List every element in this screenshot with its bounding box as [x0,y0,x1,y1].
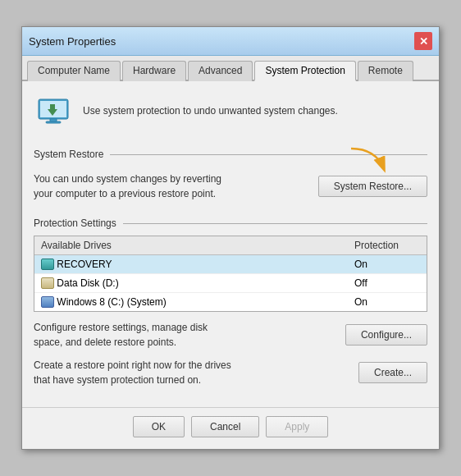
tab-remote[interactable]: Remote [358,61,413,81]
tab-advanced[interactable]: Advanced [188,61,253,81]
drive-name: RECOVERY [41,259,354,270]
cancel-button[interactable]: Cancel [191,416,259,437]
create-text: Create a restore point right now for the… [34,358,239,387]
drives-table-header: Available Drives Protection [34,236,427,255]
drive-protection: On [354,259,420,270]
drive-name: Data Disk (D:) [41,277,354,289]
tab-computer-name[interactable]: Computer Name [27,61,121,81]
protection-settings-section: Protection Settings Available Drives Pro… [34,217,427,387]
top-info-area: Use system protection to undo unwanted s… [34,91,427,137]
tabs-container: Computer Name Hardware Advanced System P… [22,56,439,81]
drive-name: Windows 8 (C:) (System) [41,296,354,308]
shield-icon [34,91,73,130]
title-bar: System Properties ✕ [22,27,439,56]
configure-section: Configure restore settings, manage disk … [34,320,427,350]
header-protection: Protection [354,240,420,251]
create-button[interactable]: Create... [358,362,427,383]
system-restore-button[interactable]: System Restore... [318,176,427,197]
svg-rect-3 [46,121,61,123]
windows-drive-icon [41,296,54,308]
drive-row[interactable]: Windows 8 (C:) (System) On [34,293,427,311]
ok-button[interactable]: OK [133,416,185,437]
apply-button[interactable]: Apply [266,416,328,437]
header-available-drives: Available Drives [41,240,354,251]
protection-settings-title: Protection Settings [34,217,427,229]
window-title: System Properties [29,35,116,48]
drive-protection: Off [354,277,420,289]
top-info-text: Use system protection to undo unwanted s… [83,105,338,117]
drive-protection: On [354,296,420,308]
data-disk-icon [41,277,54,289]
tab-hardware[interactable]: Hardware [122,61,186,81]
create-section: Create a restore point right now for the… [34,358,427,387]
configure-text: Configure restore settings, manage disk … [34,320,239,350]
recovery-icon [41,259,54,270]
tab-content: Use system protection to undo unwanted s… [22,81,439,407]
restore-button-wrapper: System Restore... [318,176,427,197]
system-restore-title: System Restore [34,149,427,160]
drive-row[interactable]: RECOVERY On [34,255,427,274]
drives-table: Available Drives Protection RECOVERY On [34,236,427,312]
system-properties-window: System Properties ✕ Computer Name Hardwa… [21,26,440,450]
restore-description: You can undo system changes by reverting… [34,172,230,201]
tab-system-protection[interactable]: System Protection [254,61,355,81]
system-restore-section: System Restore You can undo system chang… [34,149,427,206]
close-button[interactable]: ✕ [414,32,432,50]
configure-button[interactable]: Configure... [345,324,427,346]
drive-row[interactable]: Data Disk (D:) Off [34,274,427,293]
restore-inner: You can undo system changes by reverting… [34,167,427,206]
footer: OK Cancel Apply [22,407,439,449]
